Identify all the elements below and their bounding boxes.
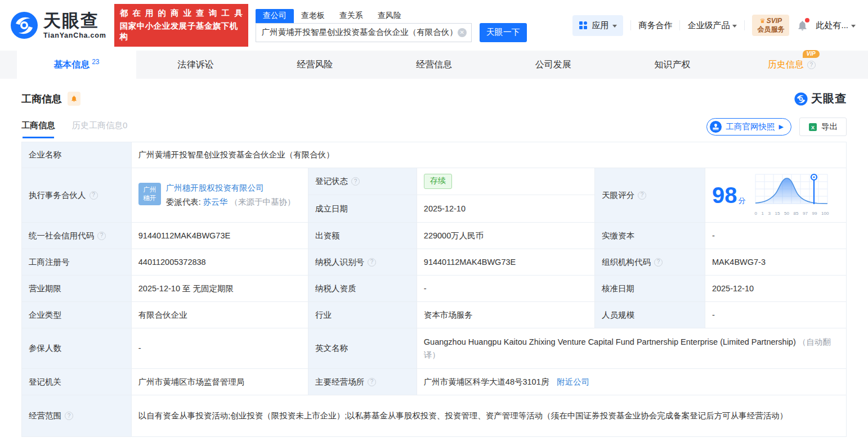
tab-label: 公司发展 bbox=[535, 59, 571, 71]
subtab-history-registration[interactable]: 历史工商信息0 bbox=[72, 120, 127, 138]
search-tab-company[interactable]: 查公司 bbox=[256, 9, 294, 23]
table-row: 企业类型 有限合伙企业 行业 资本市场服务 人员规模 - bbox=[22, 302, 847, 328]
english-name-value: Guangzhou Huangpu Kaitou Zhixing Venture… bbox=[424, 337, 796, 346]
tab-label-wrap: 历史信息 VIP bbox=[768, 59, 804, 71]
export-label: 导出 bbox=[821, 121, 838, 132]
registry-authority-value: 广州市黄埔区市场监督管理局 bbox=[131, 369, 308, 395]
avatar-line1: 广州 bbox=[143, 186, 156, 194]
search-tab-boss[interactable]: 查老板 bbox=[294, 9, 332, 23]
nearby-companies-link[interactable]: 附近公司 bbox=[557, 377, 589, 386]
tianyancha-logo[interactable]: 天眼查 TianYanCha.com bbox=[10, 11, 106, 39]
industry-label: 行业 bbox=[308, 302, 417, 328]
english-name-cell: Guangzhou Huangpu Kaitou Zhixing Venture… bbox=[417, 328, 846, 369]
tab-label: 历史信息 bbox=[768, 60, 804, 69]
executive-partner-label: 执行事务合伙人? bbox=[22, 168, 132, 223]
apps-menu-label: 应用 bbox=[592, 20, 609, 31]
search-tab-relation[interactable]: 查关系 bbox=[332, 9, 370, 23]
help-icon[interactable]: ? bbox=[97, 232, 106, 240]
tab-label: 经营信息 bbox=[416, 59, 452, 71]
partner-avatar[interactable]: 广州 穗开 bbox=[138, 183, 161, 205]
user-menu[interactable]: 此处有... bbox=[816, 20, 856, 31]
help-icon[interactable]: ? bbox=[638, 191, 646, 200]
business-address-label: 主要经营场所? bbox=[308, 369, 417, 395]
subtab-count: 0 bbox=[123, 120, 127, 130]
staff-size-label: 人员规模 bbox=[595, 302, 705, 328]
bell-icon bbox=[70, 95, 78, 102]
stamp-icon bbox=[709, 120, 722, 133]
delegate-name-link[interactable]: 苏云华 bbox=[203, 197, 228, 206]
watermark-logo: 天眼查 bbox=[794, 91, 847, 106]
username: 此处有... bbox=[816, 20, 848, 31]
arrow-right-icon: ▶ bbox=[779, 123, 784, 130]
business-address-value: 广州市黄埔区科学大道48号3101房 bbox=[424, 377, 549, 386]
taxpayer-quality-value: - bbox=[417, 276, 594, 302]
brand-domain: TianYanCha.com bbox=[43, 31, 106, 39]
tab-history-info[interactable]: 历史信息 VIP ? bbox=[732, 51, 851, 79]
registration-status-cell: 存续 bbox=[417, 168, 594, 195]
table-row: 登记机关 广州市黄埔区市场监督管理局 主要经营场所? 广州市黄埔区科学大道48号… bbox=[22, 369, 847, 395]
company-nav-tabs: 基本信息 23 法律诉讼 经营风险 经营信息 公司发展 知识产权 历史信息 VI… bbox=[0, 51, 868, 79]
search-button[interactable]: 天眼一下 bbox=[480, 23, 527, 42]
industry-value: 资本市场服务 bbox=[417, 302, 594, 328]
monitor-bell-button[interactable] bbox=[68, 92, 80, 106]
reg-number-value: 440112005372838 bbox=[131, 249, 308, 276]
export-button[interactable]: X 导出 bbox=[799, 118, 847, 136]
help-icon[interactable]: ? bbox=[368, 378, 376, 386]
business-term-value: 2025-12-10 至 无固定期限 bbox=[131, 276, 308, 302]
tab-business-info[interactable]: 经营信息 bbox=[374, 51, 494, 79]
company-type-label: 企业类型 bbox=[22, 302, 132, 328]
tyc-score-cell: 98分 bbox=[705, 168, 846, 223]
executive-partner-cell: 广州 穗开 广州穗开股权投资有限公司 委派代表: 苏云华 （来源于中基协） bbox=[131, 168, 308, 223]
chevron-down-icon bbox=[732, 25, 737, 28]
reg-number-label: 工商注册号 bbox=[22, 249, 132, 276]
svg-text:X: X bbox=[811, 124, 815, 130]
table-row: 经营范围? 以自有资金从事投资活动;创业投资（限投资未上市企业）;以私募基金从事… bbox=[22, 395, 847, 437]
table-row: 工商注册号 440112005372838 纳税人识别号? 91440112MA… bbox=[22, 249, 847, 276]
paid-in-capital-value: - bbox=[705, 223, 846, 249]
search-tab-risk[interactable]: 查风险 bbox=[370, 9, 409, 23]
taxpayer-quality-label: 纳税人资质 bbox=[308, 276, 417, 302]
help-icon[interactable]: ? bbox=[351, 177, 360, 186]
org-code-value: MAK4BWG7-3 bbox=[705, 249, 846, 276]
search-input[interactable] bbox=[256, 28, 471, 37]
menu-enterprise-products[interactable]: 企业级产品 bbox=[687, 20, 737, 31]
partner-company-link[interactable]: 广州穗开股权投资有限公司 bbox=[166, 183, 264, 192]
tab-label: 经营风险 bbox=[297, 59, 333, 71]
registration-status-label: 登记状态? bbox=[308, 168, 417, 195]
approval-date-label: 核准日期 bbox=[595, 276, 705, 302]
svip-label: SVIP bbox=[767, 17, 782, 25]
tab-intellectual-property[interactable]: 知识产权 bbox=[613, 51, 732, 79]
help-icon[interactable]: ? bbox=[807, 61, 816, 69]
tab-basic-info[interactable]: 基本信息 23 bbox=[17, 51, 136, 79]
company-name-label: 企业名称 bbox=[22, 142, 132, 168]
paid-in-capital-label: 实缴资本 bbox=[595, 223, 705, 249]
snapshot-label: 工商官网快照 bbox=[726, 121, 775, 132]
promo-line1: 都在用的商业查询工具 bbox=[120, 8, 243, 19]
help-icon[interactable]: ? bbox=[368, 258, 376, 267]
svip-member-button[interactable]: ♛SVIP 会员服务 bbox=[752, 15, 789, 36]
promo-line2: 国家中小企业发展子基金旗下机构 bbox=[120, 21, 243, 42]
subtab-business-registration[interactable]: 工商信息 bbox=[21, 120, 55, 138]
org-code-label: 组织机构代码? bbox=[595, 249, 705, 276]
business-scope-value: 以自有资金从事投资活动;创业投资（限投资未上市企业）;以私募基金从事股权投资、投… bbox=[131, 395, 846, 437]
tab-operational-risk[interactable]: 经营风险 bbox=[255, 51, 374, 79]
notifications-button[interactable] bbox=[797, 20, 808, 31]
tab-company-development[interactable]: 公司发展 bbox=[494, 51, 613, 79]
apps-menu-button[interactable]: 应用 bbox=[572, 15, 623, 36]
business-term-label: 营业期限 bbox=[22, 276, 132, 302]
tab-legal-proceedings[interactable]: 法律诉讼 bbox=[136, 51, 256, 79]
staff-size-value: - bbox=[705, 302, 846, 328]
company-type-value: 有限合伙企业 bbox=[131, 302, 308, 328]
establish-date-value: 2025-12-10 bbox=[417, 195, 594, 223]
help-icon[interactable]: ? bbox=[654, 258, 663, 267]
help-icon[interactable]: ? bbox=[65, 412, 73, 420]
crown-icon: ♛ bbox=[760, 17, 766, 25]
help-icon[interactable]: ? bbox=[90, 191, 98, 200]
excel-icon: X bbox=[808, 123, 817, 132]
taxpayer-id-label: 纳税人识别号? bbox=[308, 249, 417, 276]
menu-business-cooperation[interactable]: 商务合作 bbox=[638, 20, 672, 31]
approval-date-value: 2025-12-10 bbox=[705, 276, 846, 302]
official-snapshot-button[interactable]: 工商官网快照 ▶ bbox=[706, 118, 791, 136]
clear-search-icon[interactable]: ✕ bbox=[458, 28, 467, 37]
notification-dot bbox=[805, 18, 809, 22]
